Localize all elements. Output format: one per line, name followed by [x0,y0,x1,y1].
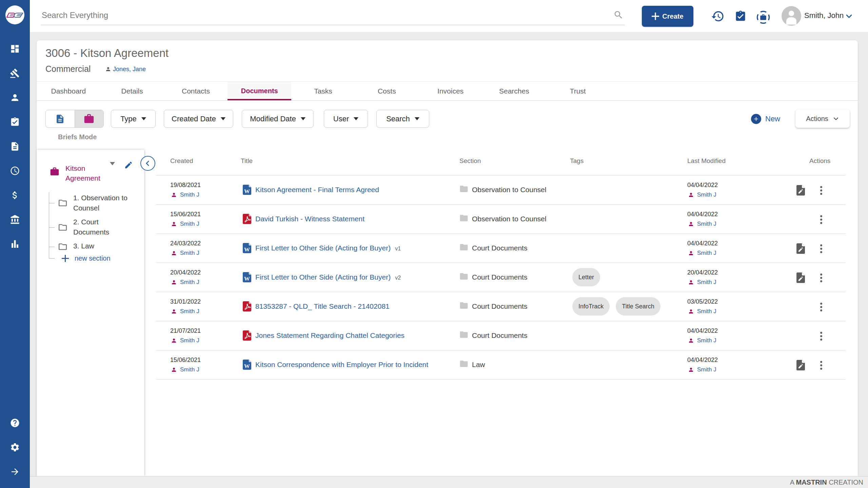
svg-text:W: W [244,276,250,282]
svg-text:W: W [244,246,250,253]
svg-text:W: W [244,188,250,195]
svg-text:W: W [244,363,250,369]
